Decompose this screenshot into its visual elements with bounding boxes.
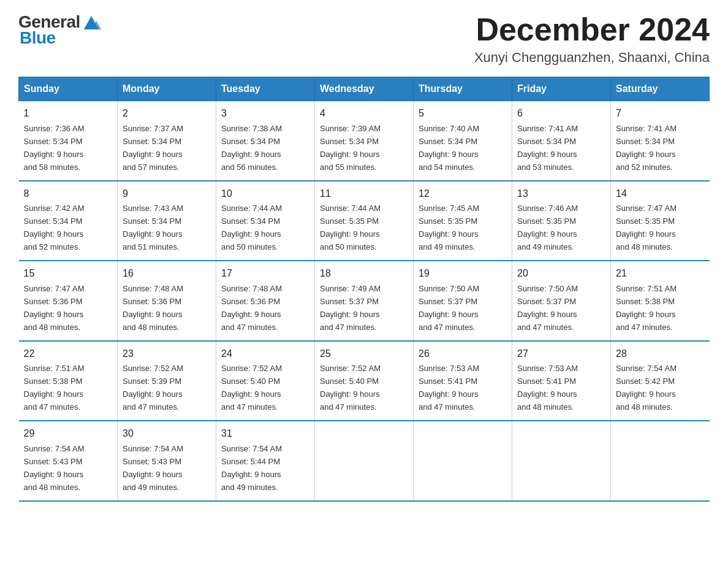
day-info: Sunrise: 7:37 AMSunset: 5:34 PMDaylight:… <box>123 124 183 172</box>
calendar-cell: 19Sunrise: 7:50 AMSunset: 5:37 PMDayligh… <box>414 261 512 340</box>
day-number: 29 <box>24 426 113 442</box>
subtitle: Xunyi Chengguanzhen, Shaanxi, China <box>474 50 710 66</box>
title-area: December 2024 Xunyi Chengguanzhen, Shaan… <box>474 12 710 66</box>
day-info: Sunrise: 7:44 AMSunset: 5:34 PMDaylight:… <box>221 204 282 251</box>
day-info: Sunrise: 7:39 AMSunset: 5:34 PMDaylight:… <box>320 124 381 172</box>
header-wednesday: Wednesday <box>315 77 414 101</box>
calendar-cell: 23Sunrise: 7:52 AMSunset: 5:39 PMDayligh… <box>118 341 216 421</box>
calendar-cell: 2Sunrise: 7:37 AMSunset: 5:34 PMDaylight… <box>118 101 216 181</box>
day-number: 26 <box>419 347 507 362</box>
day-info: Sunrise: 7:49 AMSunset: 5:37 PMDaylight:… <box>320 284 381 332</box>
day-info: Sunrise: 7:41 AMSunset: 5:34 PMDaylight:… <box>517 124 578 172</box>
calendar-cell: 7Sunrise: 7:41 AMSunset: 5:34 PMDaylight… <box>611 101 710 181</box>
day-number: 15 <box>24 266 113 282</box>
day-number: 27 <box>517 347 605 362</box>
calendar-week-row: 22Sunrise: 7:51 AMSunset: 5:38 PMDayligh… <box>19 341 710 421</box>
logo-text-blue: Blue <box>20 28 56 48</box>
calendar-cell: 20Sunrise: 7:50 AMSunset: 5:37 PMDayligh… <box>512 261 611 340</box>
calendar-cell: 16Sunrise: 7:48 AMSunset: 5:36 PMDayligh… <box>118 261 216 340</box>
calendar-week-row: 1Sunrise: 7:36 AMSunset: 5:34 PMDaylight… <box>19 101 710 181</box>
calendar-cell: 11Sunrise: 7:44 AMSunset: 5:35 PMDayligh… <box>315 181 414 261</box>
day-number: 7 <box>616 106 705 121</box>
calendar-cell: 27Sunrise: 7:53 AMSunset: 5:41 PMDayligh… <box>512 341 611 421</box>
day-number: 1 <box>24 106 113 121</box>
day-info: Sunrise: 7:50 AMSunset: 5:37 PMDaylight:… <box>517 284 578 332</box>
day-number: 22 <box>24 347 113 362</box>
calendar-cell: 13Sunrise: 7:46 AMSunset: 5:35 PMDayligh… <box>512 181 611 261</box>
calendar-cell: 10Sunrise: 7:44 AMSunset: 5:34 PMDayligh… <box>216 181 315 261</box>
day-info: Sunrise: 7:53 AMSunset: 5:41 PMDaylight:… <box>419 364 479 412</box>
header-friday: Friday <box>512 77 611 101</box>
header-thursday: Thursday <box>414 77 512 101</box>
day-info: Sunrise: 7:48 AMSunset: 5:36 PMDaylight:… <box>123 284 183 332</box>
calendar-cell <box>315 421 414 500</box>
day-number: 9 <box>123 186 211 202</box>
day-number: 16 <box>123 266 211 282</box>
day-number: 19 <box>419 266 507 282</box>
day-info: Sunrise: 7:54 AMSunset: 5:44 PMDaylight:… <box>221 444 282 492</box>
day-info: Sunrise: 7:43 AMSunset: 5:34 PMDaylight:… <box>123 204 183 251</box>
day-number: 20 <box>517 266 605 282</box>
logo: General Blue <box>18 12 101 48</box>
calendar-cell <box>414 421 512 500</box>
calendar-cell: 9Sunrise: 7:43 AMSunset: 5:34 PMDaylight… <box>118 181 216 261</box>
calendar-week-row: 8Sunrise: 7:42 AMSunset: 5:34 PMDaylight… <box>19 181 710 261</box>
day-info: Sunrise: 7:45 AMSunset: 5:35 PMDaylight:… <box>419 204 479 251</box>
calendar-cell: 12Sunrise: 7:45 AMSunset: 5:35 PMDayligh… <box>414 181 512 261</box>
calendar-cell: 24Sunrise: 7:52 AMSunset: 5:40 PMDayligh… <box>216 341 315 421</box>
day-info: Sunrise: 7:47 AMSunset: 5:35 PMDaylight:… <box>616 204 677 251</box>
day-number: 14 <box>616 186 705 202</box>
calendar-cell: 26Sunrise: 7:53 AMSunset: 5:41 PMDayligh… <box>414 341 512 421</box>
day-info: Sunrise: 7:47 AMSunset: 5:36 PMDaylight:… <box>24 284 85 332</box>
day-number: 3 <box>221 106 309 121</box>
day-info: Sunrise: 7:40 AMSunset: 5:34 PMDaylight:… <box>419 124 479 172</box>
logo-icon <box>82 12 101 32</box>
day-info: Sunrise: 7:36 AMSunset: 5:34 PMDaylight:… <box>24 124 85 172</box>
day-info: Sunrise: 7:52 AMSunset: 5:40 PMDaylight:… <box>320 364 381 412</box>
day-number: 10 <box>221 186 309 202</box>
day-number: 18 <box>320 266 408 282</box>
calendar-cell: 5Sunrise: 7:40 AMSunset: 5:34 PMDaylight… <box>414 101 512 181</box>
day-number: 8 <box>24 186 113 202</box>
calendar-cell: 29Sunrise: 7:54 AMSunset: 5:43 PMDayligh… <box>19 421 118 500</box>
day-info: Sunrise: 7:53 AMSunset: 5:41 PMDaylight:… <box>517 364 578 412</box>
calendar-week-row: 29Sunrise: 7:54 AMSunset: 5:43 PMDayligh… <box>19 421 710 500</box>
day-info: Sunrise: 7:44 AMSunset: 5:35 PMDaylight:… <box>320 204 381 251</box>
page-header: General Blue December 2024 Xunyi Chenggu… <box>18 12 710 66</box>
calendar-cell: 8Sunrise: 7:42 AMSunset: 5:34 PMDaylight… <box>19 181 118 261</box>
day-info: Sunrise: 7:50 AMSunset: 5:37 PMDaylight:… <box>419 284 479 332</box>
calendar-cell: 25Sunrise: 7:52 AMSunset: 5:40 PMDayligh… <box>315 341 414 421</box>
day-info: Sunrise: 7:41 AMSunset: 5:34 PMDaylight:… <box>616 124 677 172</box>
calendar-cell: 31Sunrise: 7:54 AMSunset: 5:44 PMDayligh… <box>216 421 315 500</box>
day-info: Sunrise: 7:48 AMSunset: 5:36 PMDaylight:… <box>221 284 282 332</box>
calendar-cell <box>611 421 710 500</box>
calendar-cell: 3Sunrise: 7:38 AMSunset: 5:34 PMDaylight… <box>216 101 315 181</box>
day-number: 2 <box>123 106 211 121</box>
day-info: Sunrise: 7:54 AMSunset: 5:43 PMDaylight:… <box>24 444 85 492</box>
day-number: 23 <box>123 347 211 362</box>
calendar-cell: 1Sunrise: 7:36 AMSunset: 5:34 PMDaylight… <box>19 101 118 181</box>
day-number: 12 <box>419 186 507 202</box>
day-info: Sunrise: 7:52 AMSunset: 5:39 PMDaylight:… <box>123 364 183 412</box>
calendar-cell: 4Sunrise: 7:39 AMSunset: 5:34 PMDaylight… <box>315 101 414 181</box>
header-tuesday: Tuesday <box>216 77 315 101</box>
calendar-cell: 15Sunrise: 7:47 AMSunset: 5:36 PMDayligh… <box>19 261 118 340</box>
page-title: December 2024 <box>474 12 710 47</box>
day-number: 13 <box>517 186 605 202</box>
day-info: Sunrise: 7:54 AMSunset: 5:43 PMDaylight:… <box>123 444 183 492</box>
calendar-table: SundayMondayTuesdayWednesdayThursdayFrid… <box>18 77 710 501</box>
calendar-cell: 6Sunrise: 7:41 AMSunset: 5:34 PMDaylight… <box>512 101 611 181</box>
day-info: Sunrise: 7:51 AMSunset: 5:38 PMDaylight:… <box>616 284 677 332</box>
calendar-cell: 22Sunrise: 7:51 AMSunset: 5:38 PMDayligh… <box>19 341 118 421</box>
day-number: 6 <box>517 106 605 121</box>
day-number: 25 <box>320 347 408 362</box>
day-number: 11 <box>320 186 408 202</box>
day-info: Sunrise: 7:38 AMSunset: 5:34 PMDaylight:… <box>221 124 282 172</box>
day-number: 5 <box>419 106 507 121</box>
calendar-cell: 17Sunrise: 7:48 AMSunset: 5:36 PMDayligh… <box>216 261 315 340</box>
day-info: Sunrise: 7:54 AMSunset: 5:42 PMDaylight:… <box>616 364 677 412</box>
day-info: Sunrise: 7:42 AMSunset: 5:34 PMDaylight:… <box>24 204 85 251</box>
calendar-cell <box>512 421 611 500</box>
calendar-header-row: SundayMondayTuesdayWednesdayThursdayFrid… <box>19 77 710 101</box>
day-number: 21 <box>616 266 705 282</box>
